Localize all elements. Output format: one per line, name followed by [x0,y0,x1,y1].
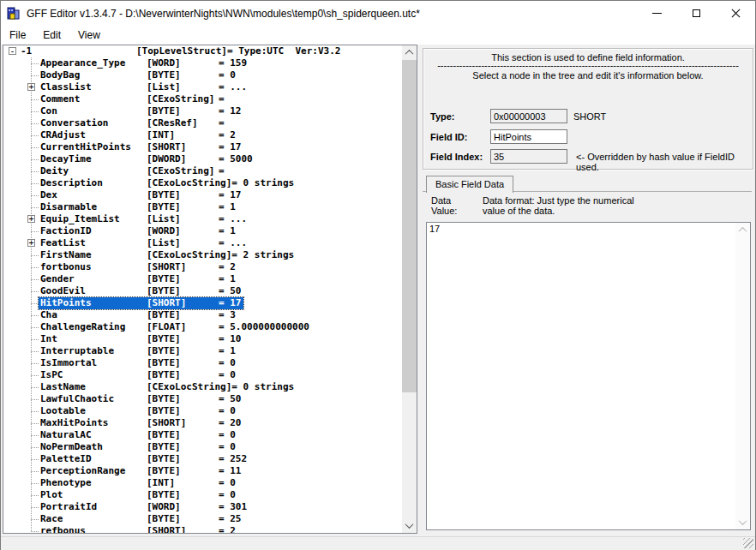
tree-item-factionid[interactable]: FactionID[WORD]= 1 [3,225,402,237]
field-value: = 50 [219,285,242,296]
field-value: = 17 [219,297,242,308]
tree-item-description[interactable]: Description[CExoLocString]= 0 strings [3,177,402,189]
field-index-input[interactable] [490,149,567,164]
tree-item-paletteid[interactable]: PaletteID[BYTE]= 252 [3,453,402,465]
expand-icon[interactable]: + [27,83,35,91]
field-value: = ... [219,237,247,248]
tree-item-currenthitpoints[interactable]: CurrentHitPoints[SHORT]= 17 [3,141,402,153]
tree-item-hitpoints[interactable]: HitPoints[SHORT]= 17 [3,297,402,309]
tree-item-deity[interactable]: Deity[CExoString]= [3,165,402,177]
field-value: = 0 [219,477,236,488]
tree-item-lawfulchaotic[interactable]: LawfulChaotic[BYTE]= 50 [3,393,402,405]
field-type: [BYTE] [147,393,219,405]
scroll-up-button[interactable] [735,223,750,237]
gff-editor-window: { "window": { "title": "GFF Editor v1.3.… [0,0,756,550]
tab-basic-field-data[interactable]: Basic Field Data [426,176,513,193]
scroll-down-button[interactable] [735,515,750,529]
tree-item-lootable[interactable]: Lootable[BYTE]= 0 [3,405,402,417]
field-value: = 17 [219,189,242,200]
tree-item-nopermdeath[interactable]: NoPermDeath[BYTE]= 0 [3,441,402,453]
tree-branch-line [31,111,39,112]
tree-branch-line [31,159,39,160]
field-value: = 0 [219,405,236,416]
tree-item-refbonus[interactable]: refbonus[SHORT]= 2 [3,525,402,533]
resize-grip-icon[interactable] [743,538,753,548]
tree-item-perceptionrange[interactable]: PerceptionRange[BYTE]= 11 [3,465,402,477]
tree-item-featlist[interactable]: +FeatList[List]= ... [3,237,402,249]
field-value: = 252 [219,453,247,464]
tree-item-appearance_type[interactable]: Appearance_Type[WORD]= 159 [3,57,402,69]
menu-edit[interactable]: Edit [34,26,69,45]
tree-item-gender[interactable]: Gender[BYTE]= 1 [3,273,402,285]
tree-item--1[interactable]: --1[TopLevelStruct]= Type:UTC Ver:V3.2 [3,45,402,57]
scroll-down-button[interactable] [402,518,417,533]
tree-item-goodevil[interactable]: GoodEvil[BYTE]= 50 [3,285,402,297]
tree-item-text: Phenotype[INT]= 0 [39,477,237,489]
type-input[interactable] [490,109,567,123]
field-value: = ... [219,213,247,224]
close-icon [730,8,741,19]
tree-item-text: HitPoints[SHORT]= 17 [39,297,243,309]
tree-item-ispc[interactable]: IsPC[BYTE]= 0 [3,369,402,381]
field-type: [List] [147,237,219,249]
tree-item-lastname[interactable]: LastName[CExoLocString]= 0 strings [3,381,402,393]
expand-icon[interactable]: + [27,215,35,223]
window-controls [637,1,755,26]
field-id-input[interactable] [490,129,567,144]
tree-item-fortbonus[interactable]: fortbonus[SHORT]= 2 [3,261,402,273]
tree-item-race[interactable]: Race[BYTE]= 25 [3,513,402,525]
maximize-button[interactable] [676,1,716,26]
tree-item-text: Comment[CExoString]= [39,93,226,105]
minimize-button[interactable] [637,1,676,26]
field-value: = 5.000000000000 [219,321,309,332]
tree-item-firstname[interactable]: FirstName[CExoLocString]= 2 strings [3,249,402,261]
tree-item-cradjust[interactable]: CRAdjust[INT]= 2 [3,129,402,141]
field-value: = 0 [219,429,236,440]
field-name: -1 [21,45,136,57]
data-format-hint: Data format: Just type the numerical val… [483,195,634,216]
type-label: Type: [430,111,455,122]
field-type: [BYTE] [147,69,219,81]
tree-item-comment[interactable]: Comment[CExoString]= [3,93,402,105]
tree-item-con[interactable]: Con[BYTE]= 12 [3,105,402,117]
tree-rows: --1[TopLevelStruct]= Type:UTC Ver:V3.2Ap… [3,45,402,533]
chevron-down-icon [739,517,747,525]
data-value-textarea[interactable]: 17 [426,222,751,530]
tree-item-classlist[interactable]: +ClassList[List]= ... [3,81,402,93]
tree-item-bodybag[interactable]: BodyBag[BYTE]= 0 [3,69,402,81]
maximize-icon [693,9,700,17]
tree-item-phenotype[interactable]: Phenotype[INT]= 0 [3,477,402,489]
tree-item-text: FactionID[WORD]= 1 [39,225,237,237]
tree-item-challengerating[interactable]: ChallengeRating[FLOAT]= 5.000000000000 [3,321,402,333]
field-value: = [219,165,225,176]
field-index-note: <- Overridden by hash value if FieldID u… [576,152,753,172]
scroll-up-button[interactable] [402,45,417,60]
tree-item-dex[interactable]: Dex[BYTE]= 17 [3,189,402,201]
tree-item-conversation[interactable]: Conversation[CResRef]= [3,117,402,129]
tree-item-isimmortal[interactable]: IsImmortal[BYTE]= 0 [3,357,402,369]
expand-icon[interactable]: + [27,239,35,247]
tree-branch-line [31,471,39,472]
field-type: [CExoLocString] [147,177,231,189]
tree-item-disarmable[interactable]: Disarmable[BYTE]= 1 [3,201,402,213]
tree-item-equip_itemlist[interactable]: +Equip_ItemList[List]= ... [3,213,402,225]
close-button[interactable] [716,1,755,26]
field-type: [FLOAT] [147,321,219,333]
tree-item-decaytime[interactable]: DecayTime[DWORD]= 5000 [3,153,402,165]
scrollbar-thumb[interactable] [402,60,417,392]
collapse-icon[interactable]: - [9,47,16,55]
tree-item-cha[interactable]: Cha[BYTE]= 3 [3,309,402,321]
tree-item-naturalac[interactable]: NaturalAC[BYTE]= 0 [3,429,402,441]
menu-file[interactable]: File [1,26,34,45]
tree-item-portraitid[interactable]: PortraitId[WORD]= 301 [3,501,402,513]
menu-view[interactable]: View [69,26,109,45]
tree-item-maxhitpoints[interactable]: MaxHitPoints[SHORT]= 20 [3,417,402,429]
tree-item-text: Plot[BYTE]= 0 [39,489,237,501]
tree-item-int[interactable]: Int[BYTE]= 10 [3,333,402,345]
tree-item-interruptable[interactable]: Interruptable[BYTE]= 1 [3,345,402,357]
field-type: [BYTE] [147,405,219,417]
tree-item-plot[interactable]: Plot[BYTE]= 0 [3,489,402,501]
tree-branch-line [31,135,39,136]
field-name: Description [40,177,147,189]
type-name-text: SHORT [573,111,606,122]
